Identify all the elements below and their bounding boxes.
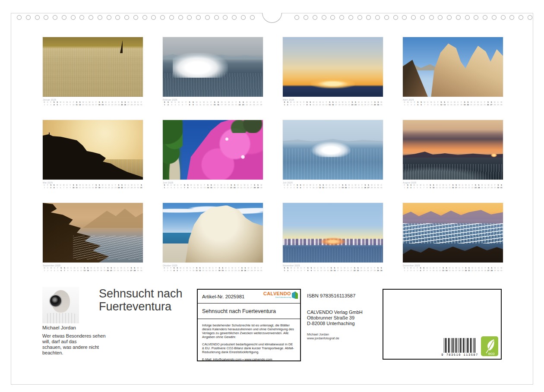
mini-day: 10 xyxy=(433,104,436,106)
mini-day: D xyxy=(69,101,72,104)
binding-hole xyxy=(241,15,246,20)
binding-hole xyxy=(115,15,120,20)
mini-day: D xyxy=(199,184,203,187)
mini-day: 22 xyxy=(473,104,476,106)
mini-day: F xyxy=(302,101,305,104)
mini-day: 10 xyxy=(312,104,315,106)
mini-day: 22 xyxy=(111,187,114,189)
mini-day: D xyxy=(65,184,68,187)
info-box-title: Sehnsucht nach Fuerteventura xyxy=(198,303,300,319)
mini-day: S xyxy=(286,267,290,269)
mini-day: 10 xyxy=(195,104,199,106)
mini-day: S xyxy=(429,184,432,187)
mini-day: D xyxy=(289,184,292,187)
binding-hole xyxy=(483,15,487,20)
mini-day: 20 xyxy=(106,270,110,272)
mini-day: 5 xyxy=(176,270,179,272)
mini-day: M xyxy=(487,184,490,187)
mini-day: D xyxy=(300,267,303,269)
mini-day: M xyxy=(286,184,289,187)
mini-day: S xyxy=(140,184,143,187)
mini-day: 27 xyxy=(250,187,253,189)
mini-calendar: MDFSSMDMDFSSMDMDFSSMDMDFSSMDMDF 12345678… xyxy=(163,267,263,272)
mini-day: 7 xyxy=(423,104,426,106)
mini-day: D xyxy=(361,101,364,104)
mini-day: D xyxy=(169,184,173,187)
mini-day: D xyxy=(224,101,227,104)
mini-day: 18 xyxy=(99,270,103,272)
mini-day: D xyxy=(176,184,180,187)
mini-day: 8 xyxy=(426,104,430,106)
month-photo xyxy=(283,203,383,262)
mini-day: 20 xyxy=(104,104,107,106)
mini-day: F xyxy=(234,101,238,104)
mini-day: 22 xyxy=(353,270,356,272)
mini-day: M xyxy=(43,101,46,104)
mini-day: 29 xyxy=(497,104,500,106)
mini-day: 28 xyxy=(373,270,376,272)
mini-day: 8 xyxy=(66,270,70,272)
binding-hole xyxy=(375,15,380,20)
mini-day: 3 xyxy=(169,187,173,189)
mini-day: S xyxy=(341,184,344,187)
mini-day: 9 xyxy=(191,104,195,106)
mini-day: M xyxy=(432,267,435,269)
mini-day: 22 xyxy=(471,187,474,189)
mini-day: 22 xyxy=(233,187,236,189)
mini-day: S xyxy=(318,184,321,187)
mini-day: 23 xyxy=(354,104,357,106)
mini-day: D xyxy=(412,267,415,269)
binding-hole xyxy=(124,15,129,20)
mini-day: F xyxy=(192,267,195,269)
mini-day: 25 xyxy=(361,187,364,189)
mini-day: S xyxy=(376,267,380,269)
mini-day: M xyxy=(59,101,62,104)
mini-day: S xyxy=(117,184,120,187)
mini-day: D xyxy=(240,184,243,187)
photo-art-layer xyxy=(49,133,50,136)
mini-day: M xyxy=(111,101,114,104)
mini-day: M xyxy=(133,101,136,104)
mini-day: D xyxy=(351,184,354,187)
mini-day: F xyxy=(126,267,130,269)
mini-day: D xyxy=(433,101,436,104)
mini-day: M xyxy=(380,101,383,104)
mini-day: 7 xyxy=(302,104,305,106)
mini-day: 7 xyxy=(62,104,65,106)
mini-day: 13 xyxy=(442,187,445,189)
mini-day: 23 xyxy=(476,104,480,106)
mini-day: 26 xyxy=(484,270,487,272)
weekday-row: MDMDFSSMDMDFSSMDMDFSSMDMDFSSMDM xyxy=(403,267,503,269)
mini-day: M xyxy=(177,101,180,104)
mini-day: 20 xyxy=(346,270,350,272)
mini-day: S xyxy=(353,267,356,269)
mini-day: 27 xyxy=(127,104,130,106)
mini-day: F xyxy=(370,101,373,104)
mini-day: M xyxy=(66,267,70,269)
mini-day: F xyxy=(203,184,206,187)
mini-day: S xyxy=(451,184,454,187)
mini-day: M xyxy=(500,101,503,104)
mini-day: 15 xyxy=(328,187,331,189)
mini-day: D xyxy=(328,184,331,187)
mini-day: 12 xyxy=(79,270,83,272)
month-label: Februar 2025 xyxy=(163,98,263,101)
mini-day: D xyxy=(104,184,107,187)
mini-day: 8 xyxy=(188,104,191,106)
mini-day: 15 xyxy=(89,270,93,272)
mini-day: D xyxy=(316,267,319,269)
mini-day: 11 xyxy=(75,104,78,106)
mini-day: M xyxy=(471,267,474,269)
mini-day: S xyxy=(306,267,310,269)
mini-day: 6 xyxy=(179,270,182,272)
mini-day: 12 xyxy=(199,187,203,189)
mini-day: M xyxy=(376,184,380,187)
mini-calendar: SSMDMDFSSMDMDFSSMDMDFSSMDMDFSSM 12345678… xyxy=(283,101,383,106)
mini-day: M xyxy=(101,184,104,187)
mini-day: 12 xyxy=(78,104,81,106)
mini-day: 10 xyxy=(73,270,76,272)
mini-day: 24 xyxy=(360,270,363,272)
mini-day: F xyxy=(117,101,120,104)
day-number-row: 1234567891011121314151617181920212223242… xyxy=(163,187,263,189)
binding-hole xyxy=(142,15,147,20)
